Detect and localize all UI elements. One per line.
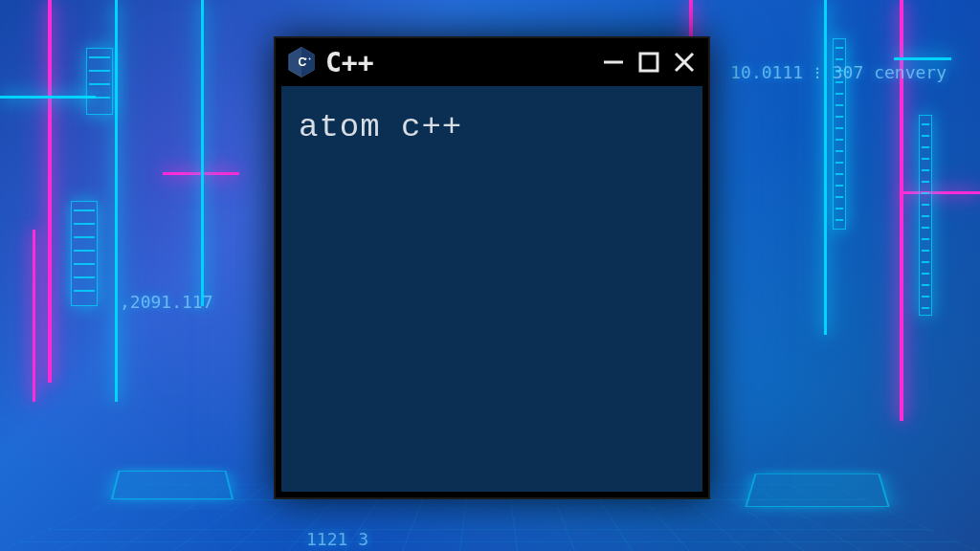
terminal-window: C + + C++ atom c++ [274,36,710,499]
bg-text: 10.0111 ⫶ 307 cenvery [730,62,947,82]
neon-line [824,0,827,335]
neon-line [894,57,951,60]
window-controls [601,50,697,75]
svg-text:+: + [304,56,307,61]
neon-line [115,0,118,402]
maximize-button[interactable] [637,51,660,74]
neon-line [48,0,52,383]
dash-bar [71,201,98,306]
bg-text: ,2091.117 [120,292,213,312]
neon-line [33,230,35,402]
cpp-logo-icon: C + + [287,46,316,78]
neon-line [0,96,96,99]
svg-text:+: + [308,56,311,61]
floor-tile [111,471,234,499]
dash-bar [86,48,113,115]
neon-line [201,0,204,306]
window-title: C++ [325,47,591,78]
bg-text: 1121 3 [306,529,368,549]
dash-bar [919,115,932,316]
minimize-button[interactable] [601,50,626,75]
terminal-text: atom c++ [299,109,685,145]
titlebar[interactable]: C + + C++ [276,38,708,86]
close-button[interactable] [672,50,697,75]
floor-tile [745,474,889,507]
terminal-body[interactable]: atom c++ [281,86,702,492]
neon-line [903,191,980,194]
svg-rect-6 [640,54,657,71]
